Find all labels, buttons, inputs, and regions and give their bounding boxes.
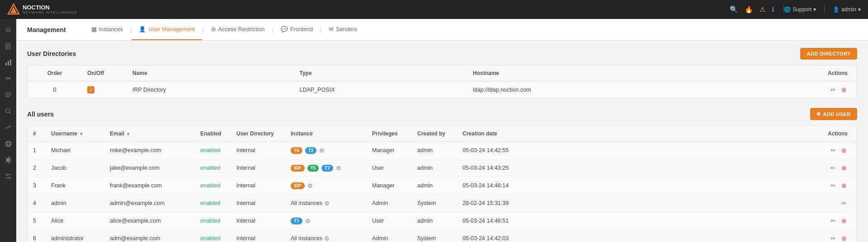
sidebar-item-sliders[interactable] (1, 169, 15, 183)
svg-point-18 (7, 159, 9, 161)
user-delete-button[interactable]: ⊗ (840, 146, 848, 155)
logo[interactable]: NOCTION NETWORK INTELLIGENCE (7, 3, 77, 16)
user-enabled: enabled (195, 230, 231, 242)
dir-onoff-cell: ✓ (82, 81, 127, 99)
sidebar-item-settings[interactable] (1, 153, 15, 167)
admin-user-icon: 👤 (833, 6, 840, 13)
instance-gear-icon[interactable]: ⚙ (305, 218, 311, 224)
user-username: Alice (46, 212, 104, 230)
instance-badge: T7 (291, 218, 302, 224)
users-table-header-row: # Username ▾ Email ▾ Enabled User Direct… (28, 126, 857, 142)
col-created-by: Created by (412, 126, 457, 142)
user-email: frank@example.com (104, 177, 195, 195)
user-delete-button[interactable]: ⊗ (840, 181, 848, 190)
user-enabled: enabled (195, 142, 231, 159)
sidebar-item-tools[interactable]: ✂ (1, 71, 15, 86)
tab-senders[interactable]: ✉ Senders (321, 19, 364, 40)
user-creation-date: 05-03-24 14:43:25 (457, 159, 520, 177)
add-user-button[interactable]: ⊕ ADD USER (810, 108, 857, 120)
tab-frontend[interactable]: 💬 Frontend (274, 19, 320, 40)
dir-col-type: Type (294, 65, 467, 81)
user-creation-date: 05-03-24 14:42:03 (457, 230, 520, 242)
add-directory-button[interactable]: ADD DIRECTORY (800, 48, 857, 60)
instances-icon: ▦ (91, 26, 97, 33)
tab-instances[interactable]: ▦ Instances (84, 19, 131, 40)
dir-col-order: Order (28, 65, 82, 81)
user-delete-button[interactable]: ⊗ (840, 216, 848, 225)
col-privileges: Privileges (367, 126, 412, 142)
instance-gear-icon[interactable]: ⚙ (324, 200, 330, 207)
all-instances-label: All instances (291, 200, 322, 206)
svg-line-13 (9, 112, 11, 114)
support-globe-icon: 🌐 (784, 6, 791, 13)
admin-menu[interactable]: 👤 admin ▾ (833, 6, 861, 13)
instance-gear-icon[interactable]: ⚙ (336, 165, 341, 172)
page-title: Management (27, 26, 66, 33)
svg-point-20 (6, 174, 8, 176)
warning-icon[interactable]: ⚠ (760, 5, 765, 14)
user-delete-button[interactable]: ⊗ (840, 234, 848, 242)
access-icon: ⊘ (211, 26, 216, 33)
all-users-table: # Username ▾ Email ▾ Enabled User Direct… (28, 126, 857, 242)
instance-badge: T7 (321, 165, 333, 172)
add-user-label: ADD USER (823, 112, 851, 117)
user-edit-button[interactable]: ✏ (830, 234, 837, 242)
instance-gear-icon[interactable]: ⚙ (319, 147, 325, 154)
user-edit-button[interactable]: ✏ (830, 146, 837, 155)
user-instance: IRPT5T7 ⚙ (285, 159, 367, 177)
col-instance: Instance (285, 126, 367, 142)
user-actions: ✏ (520, 195, 857, 212)
svg-point-14 (5, 141, 11, 146)
user-mgmt-icon: 👤 (139, 26, 146, 33)
user-creation-date: 05-03-24 14:46:51 (457, 212, 520, 230)
dir-checkbox[interactable]: ✓ (87, 86, 94, 93)
user-privileges: User (367, 212, 412, 230)
user-delete-button[interactable]: ⊗ (840, 163, 848, 172)
col-username: Username ▾ (46, 126, 104, 142)
user-num: 1 (28, 142, 46, 159)
user-num: 4 (28, 195, 46, 212)
sidebar-item-list[interactable] (1, 88, 15, 102)
table-row: 4 admin admin@example.com enabled Intern… (28, 195, 857, 212)
user-enabled: enabled (195, 177, 231, 195)
user-actions: ✏⊗ (520, 212, 857, 230)
user-num: 2 (28, 159, 46, 177)
instance-gear-icon[interactable]: ⚙ (307, 182, 313, 189)
search-icon[interactable]: 🔍 (730, 5, 738, 14)
user-edit-button[interactable]: ✏ (830, 216, 837, 225)
logo-text: NOCTION (23, 5, 77, 10)
user-username: Frank (46, 177, 104, 195)
tab-access-restriction[interactable]: ⊘ Access Restriction (204, 19, 272, 40)
support-chevron-icon: ▾ (813, 6, 816, 13)
user-edit-button[interactable]: ✏ (830, 181, 837, 190)
sidebar-item-dashboard[interactable]: ⊙ (1, 23, 15, 37)
user-enabled: enabled (195, 159, 231, 177)
user-edit-button[interactable]: ✏ (840, 199, 848, 208)
support-menu[interactable]: 🌐 Support ▾ (784, 6, 816, 13)
sidebar-item-chart[interactable] (1, 55, 15, 70)
user-edit-button[interactable]: ✏ (830, 163, 837, 172)
user-num: 5 (28, 212, 46, 230)
dir-delete-button[interactable]: ⊗ (840, 85, 848, 94)
sidebar-item-graph[interactable] (1, 120, 15, 135)
user-directory: Internal (231, 230, 285, 242)
frontend-icon: 💬 (281, 26, 288, 33)
instance-gear-icon[interactable]: ⚙ (324, 235, 330, 242)
dir-order-cell: 0 (28, 81, 82, 99)
subheader: Management ▦ Instances | 👤 User Manageme… (16, 19, 868, 41)
user-created-by: admin (412, 212, 457, 230)
sidebar-item-globe[interactable] (1, 136, 15, 151)
sidebar-item-search[interactable] (1, 104, 15, 118)
info-icon[interactable]: ℹ (772, 5, 774, 14)
user-directories-table: Order On/Off Name Type Hostname Actions … (28, 65, 857, 98)
dir-edit-button[interactable]: ✏ (830, 85, 837, 94)
user-privileges: Manager (367, 142, 412, 159)
user-directory: Internal (231, 142, 285, 159)
tab-user-management[interactable]: 👤 User Management (132, 19, 202, 40)
user-email: jake@example.com (104, 159, 195, 177)
senders-icon: ✉ (329, 26, 334, 33)
sidebar-item-file[interactable] (1, 39, 15, 53)
fire-icon[interactable]: 🔥 (745, 5, 753, 14)
user-instance: T7 ⚙ (285, 212, 367, 230)
user-actions: ✏⊗ (520, 159, 857, 177)
